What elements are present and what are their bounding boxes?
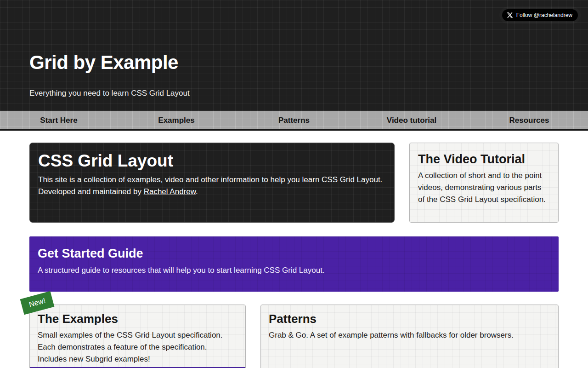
patterns-card-body: Grab & Go. A set of example patterns wit… [269, 329, 550, 341]
site-header: Grid by Example Everything you need to l… [0, 0, 588, 111]
top-row: CSS Grid Layout This site is a collectio… [29, 143, 559, 223]
nav-item-video-tutorial[interactable]: Video tutorial [353, 111, 470, 129]
guide-card-title: Get Started Guide [38, 245, 550, 262]
intro-body-period: . [196, 187, 198, 196]
examples-card-title: The Examples [38, 310, 237, 327]
nav-item-resources[interactable]: Resources [470, 111, 588, 129]
site-tagline: Everything you need to learn CSS Grid La… [29, 89, 190, 98]
intro-card-title: CSS Grid Layout [38, 150, 386, 172]
video-card-title: The Video Tutorial [418, 150, 550, 168]
video-tutorial-card[interactable]: The Video Tutorial A collection of short… [409, 143, 559, 223]
page-title: Grid by Example [29, 52, 178, 74]
x-logo-icon [507, 12, 513, 18]
intro-body-text: This site is a collection of examples, v… [38, 175, 382, 196]
patterns-card[interactable]: Patterns Grab & Go. A set of example pat… [260, 305, 559, 368]
guide-card-body: A structured guide to resources that wil… [38, 264, 550, 276]
patterns-card-title: Patterns [269, 310, 550, 327]
follow-button-label: Follow @rachelandrew [516, 12, 572, 18]
nav-item-start-here[interactable]: Start Here [0, 111, 118, 129]
main-content: CSS Grid Layout This site is a collectio… [0, 143, 588, 368]
examples-card[interactable]: New! The Examples Small examples of the … [29, 305, 246, 368]
main-nav: Start Here Examples Patterns Video tutor… [0, 111, 588, 131]
video-card-body: A collection of short and to the point v… [418, 170, 550, 206]
intro-card-body: This site is a collection of examples, v… [38, 174, 386, 198]
nav-item-patterns[interactable]: Patterns [235, 111, 353, 129]
examples-card-body: Small examples of the CSS Grid Layout sp… [38, 329, 237, 365]
nav-item-examples[interactable]: Examples [118, 111, 235, 129]
rachel-andrew-link[interactable]: Rachel Andrew [144, 187, 196, 196]
bottom-row: New! The Examples Small examples of the … [29, 305, 559, 368]
intro-card: CSS Grid Layout This site is a collectio… [29, 143, 395, 223]
get-started-guide-card[interactable]: Get Started Guide A structured guide to … [29, 236, 559, 292]
follow-twitter-button[interactable]: Follow @rachelandrew [502, 9, 578, 21]
